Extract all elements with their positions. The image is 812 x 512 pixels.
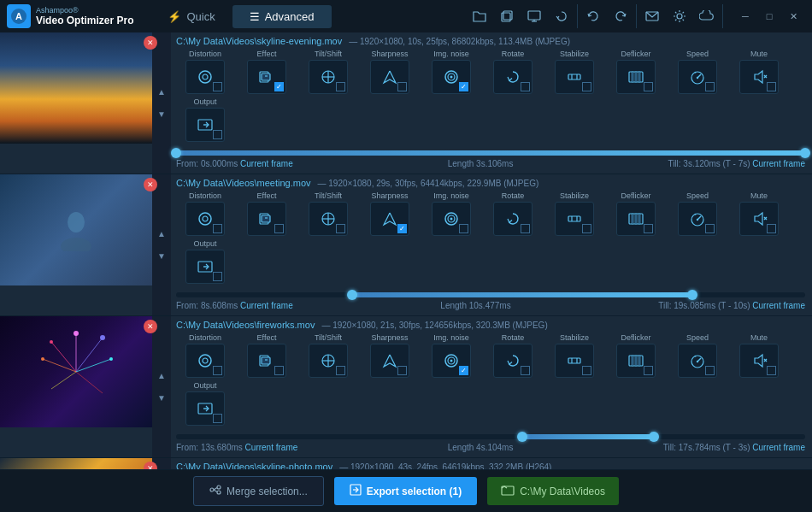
effect-checkbox[interactable] — [644, 224, 653, 233]
effect-button[interactable] — [616, 344, 656, 378]
clip-nav-down[interactable]: ▼ — [154, 247, 169, 266]
effect-button[interactable] — [185, 344, 225, 378]
timeline-handle-left[interactable] — [517, 432, 527, 442]
effect-button[interactable] — [678, 344, 717, 378]
current-frame-from[interactable]: Current frame — [240, 301, 293, 310]
effect-button[interactable] — [309, 344, 348, 378]
effect-checkbox[interactable] — [521, 82, 530, 91]
timeline-handle-right[interactable] — [649, 432, 659, 442]
effect-button[interactable] — [370, 60, 409, 94]
timeline-track[interactable] — [176, 150, 805, 156]
rotate-btn[interactable] — [550, 4, 574, 28]
timeline-handle-right[interactable] — [800, 148, 810, 158]
effect-checkbox[interactable] — [213, 130, 222, 139]
effect-button[interactable] — [739, 344, 779, 378]
effect-checkbox[interactable] — [274, 366, 284, 375]
effect-button[interactable] — [678, 202, 717, 236]
current-frame-till[interactable]: Current frame — [752, 443, 805, 452]
timeline-track[interactable] — [176, 292, 805, 297]
timeline-handle-left[interactable] — [171, 148, 181, 158]
effect-button[interactable] — [616, 202, 656, 236]
effect-button[interactable] — [185, 202, 225, 236]
current-frame-till[interactable]: Current frame — [752, 301, 805, 310]
copy-btn[interactable] — [495, 4, 519, 28]
undo-btn[interactable] — [581, 4, 605, 28]
mail-btn[interactable] — [640, 4, 664, 28]
timeline-track[interactable] — [176, 434, 805, 439]
clip-close-btn[interactable]: ✕ — [144, 320, 157, 333]
output-folder-button[interactable]: C:\My Data\Videos — [487, 477, 619, 505]
folder-btn[interactable] — [468, 4, 491, 28]
effect-checkbox[interactable] — [582, 366, 591, 375]
effect-checkbox[interactable] — [213, 272, 222, 281]
effect-button[interactable] — [370, 202, 409, 236]
settings-btn[interactable] — [668, 4, 691, 28]
maximize-btn[interactable]: □ — [757, 4, 781, 28]
effect-checkbox[interactable] — [397, 366, 407, 375]
clip-close-btn[interactable]: ✕ — [144, 178, 157, 191]
clip-nav-up[interactable]: ▲ — [154, 367, 169, 385]
current-frame-from[interactable]: Current frame — [240, 159, 293, 168]
clip-filename[interactable]: C:\My Data\Videos\fireworks.mov — [176, 320, 315, 330]
effect-button[interactable] — [555, 344, 594, 378]
effect-button[interactable] — [432, 202, 471, 236]
effect-button[interactable] — [493, 344, 533, 378]
effect-checkbox[interactable] — [274, 224, 284, 233]
clip-nav-down[interactable]: ▼ — [154, 105, 169, 124]
clip-filename[interactable]: C:\My Data\Videos\skyline-photo.mov — [176, 462, 332, 469]
effect-button[interactable] — [493, 60, 533, 94]
effect-checkbox[interactable] — [705, 82, 715, 91]
effect-button[interactable] — [185, 391, 225, 426]
clip-close-btn[interactable]: ✕ — [144, 462, 157, 469]
effect-checkbox[interactable] — [274, 82, 284, 91]
effect-checkbox[interactable] — [705, 366, 715, 375]
effect-button[interactable] — [185, 60, 225, 94]
effect-checkbox[interactable] — [336, 366, 345, 375]
effect-checkbox[interactable] — [213, 82, 222, 91]
effect-button[interactable] — [493, 202, 533, 236]
clip-filename[interactable]: C:\My Data\Videos\skyline-evening.mov — [176, 36, 342, 46]
effect-checkbox[interactable] — [397, 224, 407, 233]
timeline-handle-right[interactable] — [687, 290, 697, 300]
effect-checkbox[interactable] — [767, 82, 776, 91]
redo-btn[interactable] — [609, 4, 633, 28]
clip-filename[interactable]: C:\My Data\Videos\meeting.mov — [176, 178, 311, 188]
effect-checkbox[interactable] — [521, 366, 530, 375]
timeline-handle-left[interactable] — [347, 290, 357, 300]
effect-button[interactable] — [616, 60, 656, 94]
effect-button[interactable] — [432, 344, 471, 378]
current-frame-from[interactable]: Current frame — [245, 443, 298, 452]
clip-nav-up[interactable]: ▲ — [154, 83, 169, 102]
effect-button[interactable] — [309, 60, 348, 94]
effect-button[interactable] — [185, 250, 225, 284]
effect-checkbox[interactable] — [336, 82, 345, 91]
current-frame-till[interactable]: Current frame — [752, 159, 805, 168]
tab-quick[interactable]: ⚡ Quick — [150, 5, 232, 28]
effect-button[interactable] — [739, 60, 779, 94]
effect-button[interactable] — [247, 60, 286, 94]
effect-button[interactable] — [432, 60, 471, 94]
effect-checkbox[interactable] — [213, 366, 222, 375]
effect-checkbox[interactable] — [336, 224, 345, 233]
effect-button[interactable] — [309, 202, 348, 236]
effect-checkbox[interactable] — [459, 82, 468, 91]
effect-checkbox[interactable] — [767, 366, 776, 375]
effect-checkbox[interactable] — [397, 82, 407, 91]
effect-checkbox[interactable] — [582, 224, 591, 233]
effect-button[interactable] — [678, 60, 717, 94]
export-button[interactable]: Export selection (1) — [334, 477, 477, 505]
tab-advanced[interactable]: ☰ Advanced — [232, 5, 332, 28]
effect-button[interactable] — [247, 344, 286, 378]
cloud-btn[interactable] — [695, 4, 719, 28]
effect-button[interactable] — [555, 60, 594, 94]
effect-checkbox[interactable] — [644, 366, 653, 375]
effect-checkbox[interactable] — [582, 82, 591, 91]
effect-button[interactable] — [370, 344, 409, 378]
clip-close-btn[interactable]: ✕ — [144, 36, 157, 50]
effect-button[interactable] — [739, 202, 779, 236]
effect-checkbox[interactable] — [521, 224, 530, 233]
effect-checkbox[interactable] — [705, 224, 715, 233]
effect-checkbox[interactable] — [213, 224, 222, 233]
close-btn[interactable]: ✕ — [781, 4, 805, 28]
clip-nav-up[interactable]: ▲ — [154, 225, 169, 244]
